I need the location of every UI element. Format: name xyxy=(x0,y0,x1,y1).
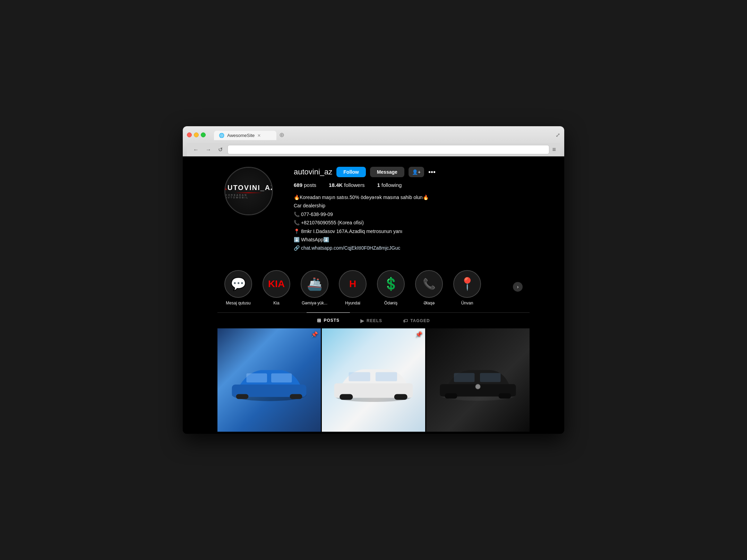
highlight-label-unvan: Ünvan xyxy=(461,301,473,305)
add-person-button[interactable]: 👤+ xyxy=(409,167,424,177)
username-row: autovini_az Follow Message 👤+ ••• xyxy=(294,167,523,177)
browser-chrome: 🌐 AwesomeSite ✕ ⊕ ⤢ ← → ↺ ≡ xyxy=(183,126,564,156)
highlight-circle-odenis: 💲 xyxy=(377,270,405,298)
bio-line-4: 📞 +821076090555 (Korea ofisi) xyxy=(294,219,523,226)
browser-toolbar: ← → ↺ ≡ xyxy=(187,143,560,156)
reels-tab-icon: ▶ xyxy=(360,318,364,324)
expand-icon: ⤢ xyxy=(556,132,560,138)
highlight-label-hyundai: Hyundai xyxy=(345,301,360,305)
bio-line-5: 📍 8mkr I.Dadasov 167A.Azadliq metrosunun… xyxy=(294,227,523,235)
svg-rect-14 xyxy=(445,393,457,398)
back-button[interactable]: ← xyxy=(191,146,201,154)
tab-title: AwesomeSite xyxy=(227,133,255,138)
posts-tab-icon: ⊞ xyxy=(317,318,321,323)
tab-favicon: 🌐 xyxy=(219,133,224,138)
post-item-2[interactable]: 📌 xyxy=(322,328,425,432)
svg-rect-17 xyxy=(480,373,501,382)
followers-count: 18.4K xyxy=(329,182,343,188)
tab-posts[interactable]: ⊞ POSTS xyxy=(307,312,350,328)
highlight-label-gemiye: Gəmiyə yük... xyxy=(302,301,327,305)
car-svg-2 xyxy=(332,359,415,406)
address-bar[interactable] xyxy=(227,145,549,154)
svg-rect-5 xyxy=(271,373,292,382)
tab-tagged[interactable]: 🏷 TAGGED xyxy=(393,313,440,328)
highlight-hyundai[interactable]: H Hyundai xyxy=(339,270,367,305)
profile-header: AUTOVINI_AZ KOREADAN AVTOMOBIL autovini_… xyxy=(224,167,523,253)
profile-avatar-container: AUTOVINI_AZ KOREADAN AVTOMOBIL xyxy=(224,167,273,215)
profile-section: AUTOVINI_AZ KOREADAN AVTOMOBIL autovini_… xyxy=(217,156,530,253)
highlight-label-elaqe: Əlaqə xyxy=(423,301,435,305)
bio-line-6: ⬇️ WhatsApp⬇️ xyxy=(294,236,523,243)
tab-close-button[interactable]: ✕ xyxy=(257,133,261,138)
car-svg-3 xyxy=(437,359,519,406)
posts-grid: 📌 📌 xyxy=(217,328,530,432)
pin-icon-1: 📌 xyxy=(311,331,318,338)
message-button[interactable]: Message xyxy=(370,167,404,177)
traffic-lights xyxy=(187,132,206,137)
minimize-button[interactable] xyxy=(194,132,199,137)
car-svg-1 xyxy=(228,359,310,406)
more-options-button[interactable]: ••• xyxy=(428,168,436,176)
avatar-underline xyxy=(235,192,263,193)
maximize-button[interactable] xyxy=(201,132,206,137)
tagged-tab-label: TAGGED xyxy=(410,318,430,323)
highlight-gemiye[interactable]: 🚢 Gəmiyə yük... xyxy=(301,270,328,305)
instagram-content: AUTOVINI_AZ KOREADAN AVTOMOBIL autovini_… xyxy=(183,156,564,434)
following-stat: 1 following xyxy=(377,182,402,188)
bio-line-7: 🔗 chat.whatsapp.com/CqjEkItI0F0HZa8mjcJG… xyxy=(294,244,523,252)
followers-stat: 18.4K followers xyxy=(329,182,364,188)
highlight-elaqe[interactable]: 📞 Əlaqə xyxy=(415,270,443,305)
highlight-mesaj-qutusu[interactable]: 💬 Mesaj qutusu xyxy=(224,270,252,305)
tab-reels[interactable]: ▶ REELS xyxy=(350,313,393,328)
posts-tab-label: POSTS xyxy=(324,318,340,323)
profile-username: autovini_az xyxy=(294,167,332,176)
followers-label: followers xyxy=(344,182,364,188)
reload-button[interactable]: ↺ xyxy=(216,146,225,154)
highlight-circle-gemiye: 🚢 xyxy=(301,270,328,298)
follow-button[interactable]: Follow xyxy=(336,167,366,177)
highlight-unvan[interactable]: 📍 Ünvan xyxy=(453,270,481,305)
highlight-circle-mesaj: 💬 xyxy=(224,270,252,298)
post-item-1[interactable]: 📌 xyxy=(217,328,321,432)
svg-rect-10 xyxy=(349,372,370,381)
posts-label-text: posts xyxy=(304,182,316,188)
avatar-logo-text: AUTOVINI_AZ xyxy=(224,184,273,192)
following-label: following xyxy=(381,182,402,188)
highlight-kia[interactable]: KIA Kia xyxy=(263,270,290,305)
tabs-nav: ⊞ POSTS ▶ REELS 🏷 TAGGED xyxy=(217,313,530,328)
highlight-circle-hyundai: H xyxy=(339,270,367,298)
tagged-tab-icon: 🏷 xyxy=(403,318,408,324)
bio-link[interactable]: 🔗 chat.whatsapp.com/CqjEkItI0F0HZa8mjcJG… xyxy=(294,245,400,251)
posts-count: 689 xyxy=(294,182,302,188)
avatar-inner: AUTOVINI_AZ KOREADAN AVTOMOBIL xyxy=(225,168,272,214)
svg-rect-4 xyxy=(246,373,267,382)
bio-line-3: 📞 077-638-99-09 xyxy=(294,210,523,218)
new-tab-button[interactable]: ⊕ xyxy=(276,130,287,140)
close-button[interactable] xyxy=(187,132,192,137)
browser-titlebar: 🌐 AwesomeSite ✕ ⊕ ⤢ xyxy=(187,130,560,140)
reels-tab-label: REELS xyxy=(367,318,382,323)
following-count: 1 xyxy=(377,182,380,188)
profile-stats: 689 posts 18.4K followers 1 fo xyxy=(294,182,523,188)
browser-menu-button[interactable]: ≡ xyxy=(552,146,556,153)
forward-button[interactable]: → xyxy=(204,146,213,154)
active-tab[interactable]: 🌐 AwesomeSite ✕ xyxy=(214,131,276,140)
highlights-section: 💬 Mesaj qutusu KIA Kia 🚢 Gəmiyə yük... H… xyxy=(217,263,530,312)
svg-rect-11 xyxy=(376,372,397,381)
svg-rect-3 xyxy=(290,394,302,399)
post-item-3[interactable] xyxy=(426,328,530,432)
pin-icon-2: 📌 xyxy=(415,331,422,338)
svg-rect-2 xyxy=(236,394,249,399)
highlight-circle-kia: KIA xyxy=(263,270,290,298)
avatar-subtext: KOREADAN AVTOMOBIL xyxy=(225,194,272,199)
profile-info: autovini_az Follow Message 👤+ ••• 689 po… xyxy=(294,167,523,253)
highlight-label-mesaj: Mesaj qutusu xyxy=(226,301,250,305)
svg-rect-8 xyxy=(340,394,353,400)
highlights-next-button[interactable]: › xyxy=(513,282,523,292)
highlight-odenis[interactable]: 💲 Ödəniş xyxy=(377,270,405,305)
browser-tabs: 🌐 AwesomeSite ✕ ⊕ xyxy=(214,130,553,140)
svg-rect-9 xyxy=(394,394,407,400)
posts-stat: 689 posts xyxy=(294,182,316,188)
profile-avatar[interactable]: AUTOVINI_AZ KOREADAN AVTOMOBIL xyxy=(224,167,273,215)
highlight-circle-elaqe: 📞 xyxy=(415,270,443,298)
